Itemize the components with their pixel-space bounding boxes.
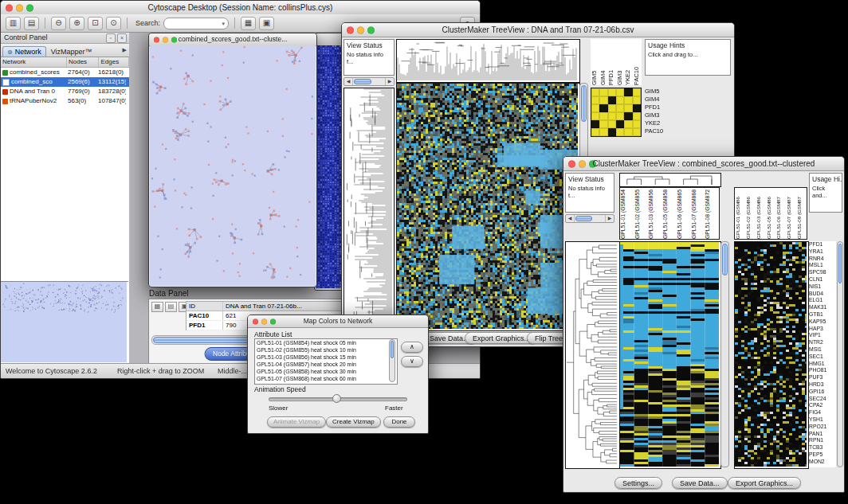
gene-label[interactable]: MSI1	[809, 346, 836, 354]
gene-label[interactable]: PEP5	[809, 451, 836, 459]
gene-label[interactable]: NIS1	[809, 283, 836, 291]
scroll-left-icon[interactable]: ◀	[566, 215, 574, 222]
column-header-nodes[interactable]: Nodes	[67, 57, 100, 67]
gene-label[interactable]: HMG1	[809, 361, 836, 368]
attribute-list-item[interactable]: GPL51-05 (GSM858) heat shock 30 min	[255, 368, 397, 375]
search-combobox[interactable]: ▾	[163, 18, 229, 29]
gene-label[interactable]: PHO81	[809, 367, 836, 374]
attribute-listbox[interactable]: GPL51-01 (GSM854) heat shock 05 minGPL51…	[254, 338, 398, 385]
gene-label[interactable]: SEC24	[809, 396, 836, 403]
attribute-list-item[interactable]: GPL51-02 (GSM855) heat shock 10 min	[255, 346, 397, 354]
animation-speed-slider[interactable]	[269, 397, 407, 401]
column-dendrogram-canvas[interactable]	[397, 40, 578, 80]
gene-label[interactable]: RPO21	[809, 424, 836, 431]
gene-label[interactable]: HAP3	[809, 326, 836, 333]
column-header-id[interactable]: ID	[186, 302, 223, 311]
settings-button[interactable]: Settings...	[614, 477, 662, 489]
close-panel-icon[interactable]: ×	[117, 33, 127, 43]
gene-label[interactable]: CPA2	[809, 402, 836, 409]
export-graphics-button[interactable]: Export Graphics...	[728, 477, 801, 489]
summary-heatmap-canvas[interactable]	[735, 242, 807, 467]
minimize-button[interactable]	[579, 160, 586, 167]
mini-hscrollbar[interactable]: ◀ ▶	[565, 214, 614, 223]
gene-label[interactable]: MAK31	[809, 304, 836, 311]
main-titlebar[interactable]: Cytoscape Desktop (Session Name: collins…	[1, 1, 480, 15]
minimize-button[interactable]	[357, 26, 364, 33]
save-data-button[interactable]: Save Data...	[672, 477, 728, 489]
gene-label[interactable]: FIG4	[809, 409, 836, 416]
background-window-titlebar[interactable]	[315, 33, 344, 46]
close-button[interactable]	[253, 318, 258, 324]
scrollbar-thumb[interactable]	[391, 341, 394, 358]
zoom-in-icon[interactable]: ⊕	[69, 17, 84, 30]
scrollbar-thumb[interactable]	[354, 79, 371, 84]
network-row[interactable]: combined_scores 2764(0) 16218(0)	[1, 68, 129, 77]
heatmap-vscrollbar[interactable]	[720, 241, 729, 467]
attribute-list-item[interactable]: GPL51-01 (GSM854) heat shock 05 min	[255, 339, 397, 346]
attribute-list-item[interactable]: GPL51-07 (GSM868) heat shock 60 min	[255, 375, 397, 382]
scrollbar-thumb[interactable]	[575, 216, 592, 221]
minimize-button[interactable]	[16, 4, 23, 11]
scroll-left-icon[interactable]: ◀	[344, 78, 352, 85]
treeview1-titlebar[interactable]: ClusterMaker TreeView : DNA and Tran 07-…	[342, 23, 734, 37]
done-button[interactable]: Done	[383, 416, 415, 428]
minimize-button[interactable]	[261, 318, 267, 324]
node-table-icon[interactable]: ▦	[151, 302, 163, 312]
row-dendrogram-canvas[interactable]	[344, 88, 392, 329]
birdseye-view[interactable]	[1, 281, 128, 364]
gene-label[interactable]: SEC1	[809, 354, 836, 361]
gene-label[interactable]: GTB1	[809, 311, 836, 318]
gene-label[interactable]: TCB3	[809, 444, 836, 451]
heatmap-canvas[interactable]	[620, 242, 719, 467]
mini-hscrollbar[interactable]: ◀ ▶	[344, 77, 395, 86]
dialog-titlebar[interactable]: Map Colors to Network	[248, 315, 428, 328]
float-panel-icon[interactable]: ▫	[106, 33, 116, 43]
gene-label[interactable]: PAN1	[809, 431, 836, 438]
tab-overflow-icon[interactable]: ▶	[123, 47, 127, 53]
grid-view-icon[interactable]: ▦	[241, 17, 256, 30]
gene-label[interactable]: YRA1	[809, 248, 836, 256]
column-header-network[interactable]: Network	[1, 57, 67, 67]
scrollbar-thumb[interactable]	[581, 85, 587, 122]
gene-label[interactable]: YSH1	[809, 416, 836, 424]
gene-label[interactable]: RPN1	[809, 437, 836, 444]
column-header-attribute[interactable]: DNA and Tran 07-21-06b...	[223, 302, 343, 311]
gene-label[interactable]: CLN1	[809, 276, 836, 283]
save-session-icon[interactable]: ▤	[24, 17, 39, 30]
move-up-button[interactable]: ∧	[401, 342, 423, 353]
column-header-edges[interactable]: Edges	[99, 57, 129, 67]
zoom-fit-icon[interactable]: ⊡	[88, 17, 103, 30]
gene-label[interactable]: NTR2	[809, 339, 836, 346]
minimize-button[interactable]	[163, 37, 168, 42]
tab-network[interactable]: ⊛ Network	[2, 46, 46, 57]
gene-label[interactable]: ELG1	[809, 297, 836, 304]
close-button[interactable]	[154, 37, 159, 42]
scrollbar-thumb[interactable]	[722, 244, 728, 275]
gene-label[interactable]: SPC98	[809, 269, 836, 276]
column-dendrogram-canvas[interactable]	[620, 174, 719, 185]
scrollbar-thumb[interactable]	[838, 244, 842, 283]
close-button[interactable]	[568, 160, 575, 167]
gene-label[interactable]: RNR4	[809, 256, 836, 263]
scroll-right-icon[interactable]: ▶	[606, 215, 614, 222]
zoom-region-icon[interactable]: ⊙	[106, 17, 121, 30]
gene-label[interactable]: GPI16	[809, 389, 836, 396]
gene-list-vscrollbar[interactable]	[837, 241, 843, 467]
open-session-icon[interactable]: ▥	[6, 17, 21, 30]
close-button[interactable]	[6, 4, 13, 11]
network-row-selected[interactable]: combined_sco 2569(6) 13112(15)	[1, 77, 129, 87]
edge-table-icon[interactable]: ▤	[165, 302, 177, 312]
gene-label[interactable]: VIP1	[809, 332, 836, 339]
attribute-list-item[interactable]: GPL51-04 (GSM857) heat shock 20 min	[255, 361, 397, 368]
gene-label[interactable]: BUD4	[809, 291, 836, 298]
treeview2-titlebar[interactable]: ClusterMaker TreeView : combined_scores_…	[563, 157, 844, 171]
birdseye-canvas[interactable]	[1, 282, 127, 362]
attribute-list-item[interactable]: GPL51-03 (GSM856) heat shock 15 min	[255, 354, 397, 361]
gene-label[interactable]: MON2	[809, 459, 836, 466]
background-network-canvas[interactable]	[316, 45, 343, 288]
move-down-button[interactable]: ∨	[401, 356, 423, 367]
zoom-out-icon[interactable]: ⊖	[51, 17, 66, 30]
list-vscrollbar[interactable]	[389, 339, 395, 382]
gene-label[interactable]: KAP95	[809, 318, 836, 326]
close-button[interactable]	[347, 26, 354, 33]
